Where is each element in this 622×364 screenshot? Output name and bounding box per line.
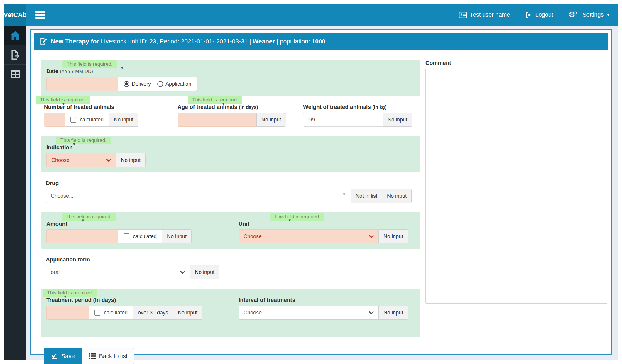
application-form-no-input-button[interactable]: No input	[190, 265, 219, 279]
amount-field-group: This field is required. ▼ Amount calcula…	[46, 221, 239, 243]
settings-label: Settings	[582, 11, 604, 18]
number-calculated-checkbox[interactable]	[70, 117, 76, 123]
application-radio[interactable]	[157, 81, 163, 87]
file-export-icon	[11, 50, 20, 60]
indication-required-tooltip: This field is required.	[56, 137, 111, 144]
amount-input-group: calculated No input	[46, 229, 239, 243]
table-icon	[11, 70, 20, 78]
delivery-label: Delivery	[132, 81, 151, 87]
age-input-group: No input	[178, 113, 303, 127]
unit-input-group: Choose... No input	[239, 229, 408, 243]
comment-textarea[interactable]	[425, 69, 607, 304]
amount-calculated-checkbox[interactable]	[124, 233, 129, 239]
amount-label: Amount	[46, 221, 239, 227]
top-navbar: VetCAb Test user name	[4, 4, 618, 26]
sidebar	[4, 26, 26, 360]
drug-label: Drug	[46, 180, 420, 187]
drug-select[interactable]: Choose... ▼	[46, 189, 351, 203]
age-input[interactable]	[178, 113, 257, 127]
weight-no-input-button[interactable]: No input	[383, 113, 412, 127]
user-menu[interactable]: Test user name	[459, 11, 510, 18]
date-field-group: This field is required. ▼ Date (YYYY-MM-…	[46, 68, 197, 91]
tooltip-arrow-icon: ▼	[120, 66, 124, 70]
chevron-down-icon	[180, 271, 185, 274]
edit-document-icon	[40, 38, 47, 45]
date-format-hint: (YYYY-MM-DD)	[60, 69, 93, 74]
unit-select[interactable]: Choose...	[239, 229, 379, 243]
application-form-select[interactable]: oral	[46, 265, 190, 279]
sidebar-item-home[interactable]	[4, 26, 26, 45]
amount-no-input-button[interactable]: No input	[162, 229, 192, 243]
title-new-therapy: New Therapy for	[51, 38, 101, 45]
drug-row: Drug Choose... ▼ Not in list No input	[41, 180, 420, 203]
age-no-input-button[interactable]: No input	[256, 113, 286, 127]
interval-label: Interval of treatments	[239, 297, 408, 303]
indication-input-group: Choose No input	[46, 153, 146, 167]
treatment-calculated-box: calculated	[89, 306, 133, 320]
sidebar-toggle-icon[interactable]	[35, 11, 45, 19]
chevron-down-icon	[106, 159, 111, 162]
title-unit-id: 23	[149, 38, 156, 45]
unit-value: Choose...	[244, 233, 266, 240]
date-type-radio-box: Delivery Application	[118, 77, 197, 91]
navbar-right: Test user name Logout ⚙⚙ Settings ▾	[459, 11, 609, 19]
treatment-input[interactable]	[46, 306, 89, 320]
application-form-row: Application form oral No input	[41, 256, 420, 279]
content-area: New Therapy for Livestock unit ID: 23, P…	[26, 26, 618, 360]
therapy-form: This field is required. ▼ Date (YYYY-MM-…	[34, 50, 608, 364]
treatment-calculated-label: calculated	[104, 310, 128, 316]
comment-column: Comment	[425, 60, 607, 364]
application-option[interactable]: Application	[157, 81, 191, 87]
brand-logo[interactable]: VetCAb	[4, 4, 26, 26]
save-button[interactable]: Save	[44, 348, 82, 364]
weight-input[interactable]	[303, 113, 383, 127]
indication-no-input-button[interactable]: No input	[116, 153, 146, 167]
date-section: This field is required. ▼ Date (YYYY-MM-…	[41, 60, 420, 96]
sidebar-item-export[interactable]	[4, 45, 26, 65]
comment-label: Comment	[425, 60, 607, 66]
chevron-down-icon	[369, 311, 374, 314]
drug-no-input-button[interactable]: No input	[382, 189, 412, 203]
animals-row: This field is required. ▼ Number of trea…	[41, 104, 420, 127]
check-icon	[51, 353, 58, 359]
interval-value: Choose...	[244, 310, 266, 316]
back-to-list-button[interactable]: Back to list	[82, 348, 134, 364]
unit-no-input-button[interactable]: No input	[378, 229, 408, 243]
user-name-label: Test user name	[470, 11, 510, 18]
treatment-calculated-checkbox[interactable]	[94, 310, 100, 316]
treatment-over-30-days-button[interactable]: over 30 days	[133, 306, 173, 320]
date-input-group: Delivery Application	[46, 77, 197, 91]
logout-button[interactable]: Logout	[525, 11, 553, 18]
number-input[interactable]	[44, 113, 65, 127]
sidebar-item-table[interactable]	[4, 65, 26, 84]
treatment-section: This field is required. ▼ Treatment peri…	[41, 289, 420, 337]
number-no-input-button[interactable]: No input	[109, 113, 138, 127]
tooltip-arrow-icon: ▼	[288, 219, 292, 222]
delivery-radio[interactable]	[124, 81, 129, 87]
app-window: VetCAb Test user name	[4, 4, 618, 360]
settings-menu[interactable]: ⚙⚙ Settings ▾	[569, 11, 609, 19]
tooltip-arrow-icon: ▼	[72, 142, 76, 146]
indication-select[interactable]: Choose	[46, 153, 116, 167]
interval-no-input-button[interactable]: No input	[378, 306, 408, 320]
delivery-option[interactable]: Delivery	[124, 81, 151, 87]
title-pop-label: | population:	[275, 38, 312, 45]
amount-input[interactable]	[46, 229, 118, 243]
save-label: Save	[61, 353, 75, 360]
form-left-column: This field is required. ▼ Date (YYYY-MM-…	[41, 60, 420, 364]
indication-label: Indication	[46, 144, 146, 151]
treatment-required-tooltip: This field is required.	[43, 289, 97, 297]
logout-label: Logout	[535, 11, 553, 18]
date-input[interactable]	[46, 77, 118, 91]
drug-not-in-list-button[interactable]: Not in list	[351, 189, 382, 203]
interval-select[interactable]: Choose...	[239, 306, 379, 320]
body-row: New Therapy for Livestock unit ID: 23, P…	[4, 26, 618, 360]
unit-label: Unit	[239, 221, 408, 227]
indication-value: Choose	[51, 157, 70, 163]
logout-icon	[525, 12, 532, 18]
id-card-icon	[459, 12, 467, 18]
title-unit-label: Livestock unit ID:	[101, 38, 149, 45]
treatment-no-input-button[interactable]: No input	[173, 306, 202, 320]
treatment-input-group: calculated over 30 days No input	[46, 306, 239, 320]
number-calculated-box: calculated	[65, 113, 109, 127]
